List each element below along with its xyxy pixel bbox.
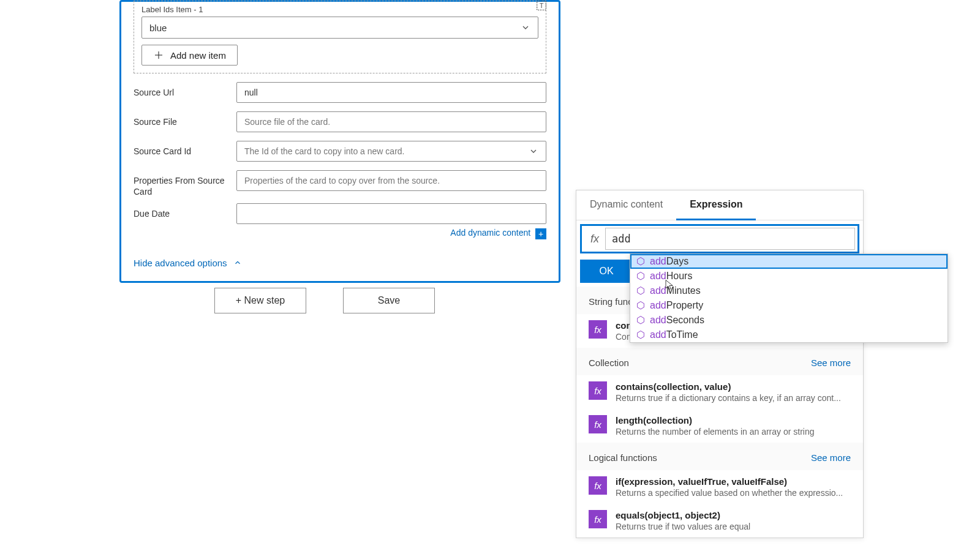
autocomplete-item-addMinutes[interactable]: ⬡addMinutes [630, 283, 948, 298]
see-more-link[interactable]: See more [811, 452, 851, 463]
row-source-url: Source Url [134, 82, 546, 103]
label-source-file: Source File [134, 111, 225, 127]
svg-text:T: T [540, 2, 544, 9]
func-sig: equals(object1, object2) [616, 510, 851, 520]
autocomplete-popup: ⬡addDays⬡addHours⬡addMinutes⬡addProperty… [630, 253, 948, 343]
section-title: Collection [589, 358, 629, 368]
cursor-icon [664, 279, 675, 290]
function-cube-icon: ⬡ [636, 287, 645, 295]
expression-tabs: Dynamic content Expression [576, 190, 863, 220]
row-props-from-source: Properties From Source Card [134, 170, 546, 197]
func-desc: Returns the number of elements in an arr… [616, 427, 848, 437]
save-button[interactable]: Save [343, 288, 435, 313]
section-title: Logical functions [589, 452, 657, 463]
fx-square-icon: fx [589, 476, 607, 495]
add-dynamic-content-link[interactable]: Add dynamic content + [134, 228, 546, 239]
expression-input[interactable] [605, 228, 855, 250]
input-due-date[interactable] [236, 203, 546, 224]
hide-advanced-label: Hide advanced options [134, 258, 227, 268]
expression-panel: Dynamic content Expression fx OK i Strin… [576, 190, 864, 538]
section-logical-functions: Logical functions See more [576, 443, 863, 470]
chevron-down-icon [521, 23, 530, 32]
fx-icon: fx [584, 233, 605, 246]
autocomplete-item-addToTime[interactable]: ⬡addToTime [630, 328, 948, 342]
add-dynamic-content-label: Add dynamic content [450, 228, 530, 238]
footer-buttons: + New step Save [214, 288, 435, 313]
fx-square-icon: fx [589, 320, 607, 339]
chevron-down-icon [529, 146, 538, 156]
row-source-file: Source File [134, 111, 546, 132]
input-source-url[interactable] [236, 82, 546, 103]
section-collection: Collection See more [576, 348, 863, 375]
function-cube-icon: ⬡ [636, 301, 645, 310]
add-new-item-button[interactable]: Add new item [141, 45, 238, 66]
label-ids-array: Label Ids Item - 1 T blue Add new item [134, 1, 546, 73]
func-item-length[interactable]: fx length(collection) Returns the number… [576, 409, 863, 443]
function-cube-icon: ⬡ [636, 331, 645, 339]
label-ids-value: blue [149, 23, 167, 33]
autocomplete-item-addHours[interactable]: ⬡addHours [630, 269, 948, 283]
array-toggle-icon[interactable]: T [535, 0, 548, 12]
input-source-file[interactable] [236, 111, 546, 132]
fx-square-icon: fx [589, 510, 607, 528]
func-item-if[interactable]: fx if(expression, valueIfTrue, valueIfFa… [576, 470, 863, 504]
hide-advanced-options-link[interactable]: Hide advanced options [134, 258, 242, 268]
autocomplete-item-addSeconds[interactable]: ⬡addSeconds [630, 313, 948, 328]
func-item-equals[interactable]: fx equals(object1, object2) Returns true… [576, 504, 863, 538]
row-source-card-id: Source Card Id The Id of the card to cop… [134, 141, 546, 162]
array-item-title: Label Ids Item - 1 [141, 5, 538, 14]
func-desc: Returns true if a dictionary contains a … [616, 393, 848, 403]
label-ids-value-dropdown[interactable]: blue [141, 17, 538, 39]
fx-input-row: fx [580, 224, 859, 253]
func-sig: if(expression, valueIfTrue, valueIfFalse… [616, 476, 851, 487]
label-source-card-id: Source Card Id [134, 141, 225, 157]
placeholder-source-card-id: The Id of the card to copy into a new ca… [244, 146, 404, 156]
func-sig: contains(collection, value) [616, 381, 851, 392]
ok-button[interactable]: OK [580, 260, 633, 283]
fx-square-icon: fx [589, 381, 607, 400]
tab-dynamic-content[interactable]: Dynamic content [576, 190, 676, 220]
fx-square-icon: fx [589, 415, 607, 433]
plus-badge-icon: + [535, 228, 546, 239]
function-cube-icon: ⬡ [636, 316, 645, 324]
input-source-card-id[interactable]: The Id of the card to copy into a new ca… [236, 141, 546, 162]
func-sig: length(collection) [616, 415, 851, 425]
autocomplete-item-addProperty[interactable]: ⬡addProperty [630, 298, 948, 313]
function-cube-icon: ⬡ [636, 272, 645, 280]
function-cube-icon: ⬡ [636, 257, 645, 266]
chevron-up-icon [233, 258, 242, 267]
label-props-from-source: Properties From Source Card [134, 170, 225, 197]
add-new-item-label: Add new item [170, 50, 226, 61]
see-more-link[interactable]: See more [811, 358, 851, 368]
plus-icon [153, 50, 164, 61]
row-due-date: Due Date [134, 203, 546, 224]
label-due-date: Due Date [134, 203, 225, 219]
new-step-button[interactable]: + New step [214, 288, 306, 313]
label-source-url: Source Url [134, 82, 225, 98]
func-item-contains[interactable]: fx contains(collection, value) Returns t… [576, 375, 863, 409]
autocomplete-item-addDays[interactable]: ⬡addDays [630, 254, 948, 269]
tab-expression[interactable]: Expression [676, 190, 756, 220]
input-props-from-source[interactable] [236, 170, 546, 191]
func-desc: Returns a specified value based on wheth… [616, 488, 848, 498]
action-card: Label Ids Item - 1 T blue Add new item S… [119, 0, 560, 283]
func-desc: Returns true if two values are equal [616, 522, 848, 531]
